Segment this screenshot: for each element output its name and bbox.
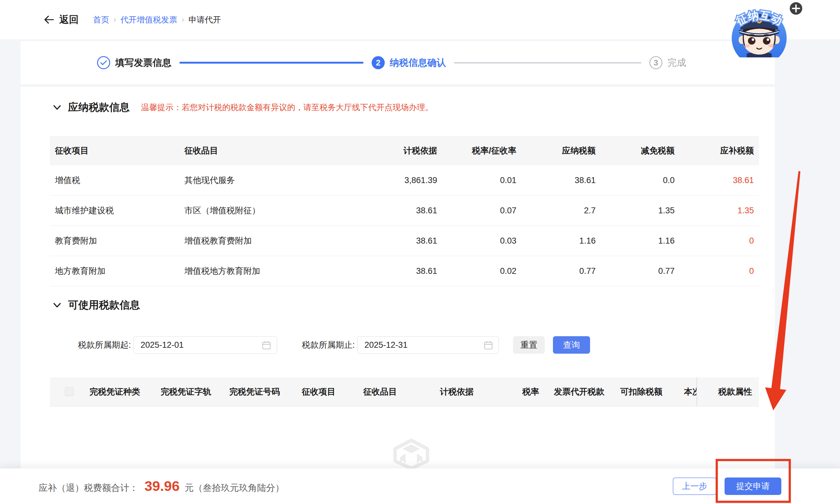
calendar-icon (262, 341, 271, 350)
select-all-checkbox[interactable] (65, 388, 74, 396)
step-3-circle: 3 (649, 56, 663, 69)
col-header: 征收品目 (179, 145, 387, 156)
col-header: 税率 (522, 377, 539, 406)
section-payable-tax-header: 应纳税款信息 温馨提示：若您对计税的税款金额有异议的，请至税务大厅线下代开点现场… (53, 101, 433, 114)
step-1-circle (97, 56, 110, 69)
back-button[interactable]: 返回 (44, 13, 78, 26)
col-header: 完税凭证种类 (90, 377, 140, 406)
step-1-label: 填写发票信息 (115, 56, 171, 69)
cell: 1.16 (517, 236, 596, 246)
tax-period-filter-row: 税款所属期起: 税款所属期止: 重置 查询 (21, 336, 775, 354)
chevron-down-icon[interactable] (53, 303, 61, 308)
cell: 增值税 (50, 175, 179, 186)
plus-icon[interactable] (790, 2, 802, 15)
cell: 0.77 (517, 266, 596, 276)
payable-tax-table-header: 征收项目 征收品目 计税依据 税率/征收率 应纳税额 减免税额 应补税额 (50, 136, 759, 165)
cell: 1.35 (596, 206, 675, 216)
cell: 0 (675, 236, 754, 246)
bottom-bar-buttons: 上一步 提交申请 (673, 478, 781, 495)
col-header: 应补税额 (675, 145, 754, 156)
cell: 0.03 (437, 236, 517, 246)
col-header: 征收项目 (50, 145, 179, 156)
section-payable-tax-title: 应纳税款信息 (68, 101, 130, 114)
breadcrumb-invoice[interactable]: 代开增值税发票 (120, 14, 177, 25)
table-row: 城市维护建设税 市区（增值税附征） 38.61 0.07 2.7 1.35 1.… (50, 196, 759, 226)
cell: 1.16 (596, 236, 675, 246)
breadcrumb-home[interactable]: 首页 (93, 14, 109, 25)
empty-state-cube-icon (392, 438, 431, 468)
cell: 0.07 (437, 206, 517, 216)
arrow-left-icon (44, 15, 54, 24)
section-usable-tax-title: 可使用税款信息 (68, 298, 140, 312)
step-connector-pending (454, 62, 641, 63)
step-2-circle: 2 (372, 56, 385, 69)
calendar-icon (484, 341, 493, 350)
page: 返回 首页 › 代开增值税发票 › 申请代开 填写发票信息 2 纳税信息确认 3… (0, 0, 840, 504)
section-usable-tax-header: 可使用税款信息 (53, 298, 140, 312)
content-card: 应纳税款信息 温馨提示：若您对计税的税款金额有异议的，请至税务大厅线下代开点现场… (21, 87, 775, 468)
pinned-column-divider (697, 377, 697, 406)
breadcrumb-separator: › (181, 15, 184, 24)
step-2-label: 纳税信息确认 (390, 56, 446, 69)
period-end-input[interactable] (357, 336, 499, 354)
check-icon (100, 60, 107, 66)
submit-application-button[interactable]: 提交申请 (724, 478, 781, 495)
bottom-action-bar: 应补（退）税费额合计： 39.96 元（叁拾玖元玖角陆分） 上一步 提交申请 (0, 468, 840, 504)
query-button[interactable]: 查询 (553, 336, 590, 354)
cell: 市区（增值税附征） (179, 205, 387, 216)
col-header: 发票代开税款 (554, 377, 605, 406)
step-connector-active (179, 62, 364, 64)
cell: 增值税教育费附加 (179, 235, 387, 246)
period-start-value[interactable] (140, 340, 235, 350)
cell: 0.01 (437, 176, 517, 185)
col-header: 应纳税额 (517, 145, 596, 156)
chevron-down-icon[interactable] (53, 105, 61, 110)
col-header-pinned: 税款属性 (716, 377, 752, 406)
assistant-widget[interactable]: 征纳互动 (724, 1, 805, 58)
period-start-label: 税款所属期起: (78, 339, 131, 350)
total-amount-value: 39.96 (144, 478, 180, 494)
breadcrumb-separator: › (113, 15, 116, 24)
table-row: 地方教育附加 增值税地方教育附加 38.61 0.02 0.77 0.77 0 (50, 256, 759, 286)
cell: 0.02 (437, 266, 517, 276)
col-header: 完税凭证字轨 (161, 377, 211, 406)
usable-tax-table-header: 完税凭证种类 完税凭证字轨 完税凭证号码 征收项目 征收品目 计税依据 税率 发… (50, 377, 759, 407)
col-header: 完税凭证号码 (229, 377, 280, 406)
period-start-input[interactable] (134, 336, 277, 354)
cell: 38.61 (387, 206, 437, 216)
cell: 其他现代服务 (179, 175, 387, 186)
period-end-label: 税款所属期止: (302, 339, 355, 350)
period-end-value[interactable] (364, 340, 459, 350)
cell: 38.61 (517, 176, 596, 185)
col-header: 计税依据 (387, 145, 437, 156)
step-3-label: 完成 (667, 56, 686, 69)
cell: 教育费附加 (50, 235, 179, 246)
col-header: 征收品目 (363, 377, 397, 406)
table-row: 增值税 其他现代服务 3,861.39 0.01 38.61 0.0 38.61 (50, 165, 759, 196)
cell: 1.35 (675, 206, 754, 216)
total-amount-words: 元（叁拾玖元玖角陆分） (185, 482, 284, 494)
step-indicator-card: 填写发票信息 2 纳税信息确认 3 完成 (21, 41, 775, 84)
col-header: 减免税额 (596, 145, 675, 156)
col-header: 可扣除税额 (620, 377, 663, 406)
cell: 38.61 (387, 266, 437, 276)
cell: 38.61 (387, 236, 437, 246)
col-header: 税率/征收率 (437, 145, 517, 156)
cell: 0.77 (596, 266, 675, 276)
breadcrumb: 首页 › 代开增值税发票 › 申请代开 (93, 14, 221, 25)
reset-button[interactable]: 重置 (513, 336, 545, 354)
col-header: 征收项目 (302, 377, 335, 406)
cell: 2.7 (517, 206, 596, 216)
breadcrumb-current: 申请代开 (189, 14, 221, 25)
col-header-clipped: 本次 (684, 377, 697, 406)
total-amount-group: 应补（退）税费额合计： 39.96 元（叁拾玖元玖角陆分） (39, 478, 284, 494)
cell: 地方教育附加 (50, 265, 179, 277)
cell: 增值税地方教育附加 (179, 265, 387, 277)
col-header: 计税依据 (440, 377, 474, 406)
cell: 城市维护建设税 (50, 205, 179, 216)
payable-tax-table: 征收项目 征收品目 计税依据 税率/征收率 应纳税额 减免税额 应补税额 增值税… (50, 136, 759, 286)
previous-step-button[interactable]: 上一步 (673, 478, 716, 495)
total-amount-label: 应补（退）税费额合计： (39, 482, 138, 494)
cell: 0 (675, 266, 754, 276)
table-row: 教育费附加 增值税教育费附加 38.61 0.03 1.16 1.16 0 (50, 226, 759, 256)
